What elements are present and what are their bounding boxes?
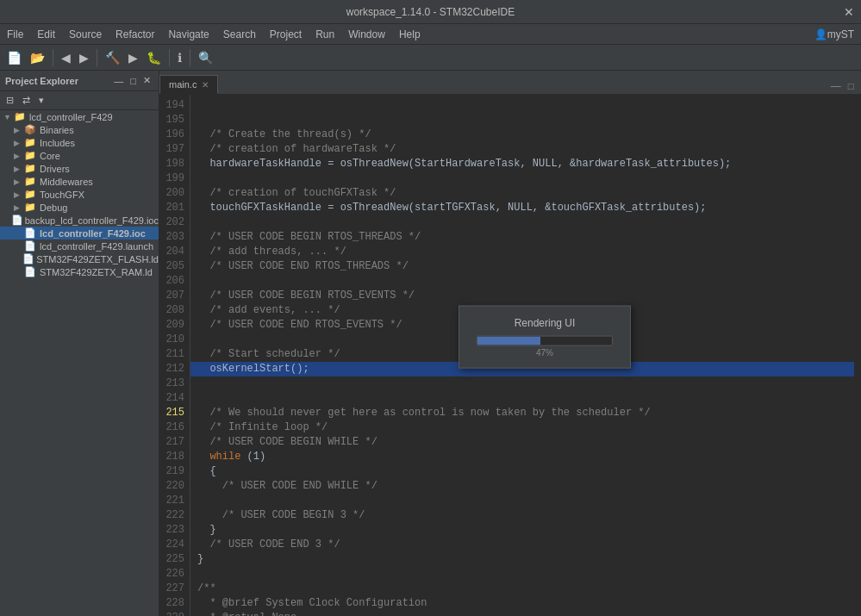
tree-item-debug[interactable]: ▶ 📁 Debug	[0, 201, 159, 214]
close-button[interactable]: ✕	[844, 5, 854, 19]
tab-label-main-c: main.c	[169, 79, 197, 90]
sidebar-minimize[interactable]: —	[111, 74, 126, 87]
code-line-197: hardwareTaskHandle = osThreadNew(StartHa…	[197, 158, 731, 170]
sidebar-view-menu[interactable]: ▾	[36, 94, 47, 107]
line-num: 214	[165, 391, 184, 406]
toolbar-new[interactable]: 📄	[3, 49, 25, 66]
code-line-227: * @retval None	[197, 612, 296, 616]
tree-label-core: Core	[40, 151, 60, 161]
includes-icon: 📁	[24, 137, 38, 148]
code-line-210: /* Start scheduler */	[197, 348, 340, 360]
tree-item-ram-ld[interactable]: 📄 STM32F429ZETX_RAM.ld	[0, 265, 159, 278]
tree-arrow-root: ▼	[3, 113, 14, 121]
menu-help[interactable]: Help	[392, 27, 427, 42]
toolbar-build[interactable]: 🔨	[102, 49, 123, 66]
menu-source[interactable]: Source	[62, 27, 109, 42]
menu-search[interactable]: Search	[216, 27, 263, 42]
line-num: 221	[165, 494, 184, 508]
line-num: 199	[165, 171, 184, 186]
sidebar-collapse-all[interactable]: ⊟	[3, 94, 16, 107]
core-icon: 📁	[24, 150, 38, 161]
tree-label-includes: Includes	[40, 138, 75, 148]
code-line-219	[197, 495, 203, 507]
toolbar-next[interactable]: ▶	[76, 49, 92, 66]
code-line-209	[197, 333, 203, 345]
code-editor: 194 195 196 197 198 199 200 201 202 203 …	[159, 95, 861, 616]
code-line-213: /* We should never get here as control i…	[197, 407, 651, 419]
line-num: 229	[165, 611, 184, 616]
toolbar-sep-1	[53, 49, 53, 66]
middlewares-icon: 📁	[24, 176, 38, 187]
code-line-226: * @brief System Clock Configuration	[197, 597, 427, 609]
line-num: 219	[165, 464, 184, 479]
editor-maximize[interactable]: □	[845, 78, 858, 94]
line-num: 220	[165, 479, 184, 494]
line-num: 204	[165, 245, 184, 259]
line-num: 201	[165, 201, 184, 215]
tree-label-flash-ld: STM32F429ZETX_FLASH.ld	[36, 254, 159, 264]
editor-area: main.c ✕ — □ 194 195 196 197 198 199 200…	[159, 71, 861, 616]
tree-arrow-touchgfx: ▶	[14, 190, 24, 199]
tree-label-ioc: lcd_controller_F429.ioc	[40, 228, 146, 239]
code-line-214: /* Infinite loop */	[197, 421, 328, 433]
line-num: 227	[165, 582, 184, 596]
toolbar-sep-2	[97, 49, 97, 66]
menu-edit[interactable]: Edit	[30, 27, 62, 42]
tree-item-binaries[interactable]: ▶ 📦 Binaries	[0, 123, 159, 136]
line-num: 210	[165, 333, 184, 347]
editor-minimize[interactable]: —	[827, 78, 845, 94]
code-line-221: }	[197, 524, 216, 536]
toolbar-debug[interactable]: 🐛	[143, 49, 165, 66]
line-num: 228	[165, 596, 184, 611]
code-line-215: /* USER CODE BEGIN WHILE */	[197, 436, 377, 448]
tree-label-binaries: Binaries	[40, 125, 74, 135]
toolbar-search[interactable]: 🔍	[195, 49, 216, 66]
sidebar-toolbar: — □ ✕	[111, 74, 153, 87]
drivers-icon: 📁	[24, 163, 38, 174]
code-line-207: /* add events, ... */	[197, 304, 340, 316]
line-num-marker: 215	[165, 406, 184, 420]
line-num: 223	[165, 523, 184, 538]
tree-item-core[interactable]: ▶ 📁 Core	[0, 149, 159, 162]
code-line-194	[197, 114, 203, 126]
menu-file[interactable]: File	[0, 27, 30, 42]
progress-bar-background	[477, 335, 613, 345]
sidebar-link-editor[interactable]: ⇄	[20, 94, 33, 107]
sidebar-close[interactable]: ✕	[140, 74, 153, 87]
tree-item-launch[interactable]: 📄 lcd_controller_F429.launch	[0, 240, 159, 252]
tab-main-c[interactable]: main.c ✕	[159, 75, 218, 94]
menu-run[interactable]: Run	[309, 27, 341, 42]
tree-item-touchgfx[interactable]: ▶ 📁 TouchGFX	[0, 188, 159, 201]
code-line-217: {	[197, 465, 216, 477]
tree-item-middlewares[interactable]: ▶ 📁 Middlewares	[0, 175, 159, 188]
tree-item-ioc[interactable]: 📄 lcd_controller_F429.ioc	[0, 227, 159, 240]
tree-item-backup-ioc[interactable]: 📄 backup_lcd_controller_F429.ioc	[0, 214, 159, 227]
tree-item-root[interactable]: ▼ 📁 lcd_controller_F429	[0, 110, 159, 123]
menu-refactor[interactable]: Refactor	[109, 27, 161, 42]
flash-ld-icon: 📄	[22, 253, 35, 264]
toolbar-prev[interactable]: ◀	[58, 49, 74, 66]
tree-item-includes[interactable]: ▶ 📁 Includes	[0, 136, 159, 149]
user-menu[interactable]: 👤 myST	[808, 27, 861, 42]
line-num: 205	[165, 259, 184, 274]
tree-item-drivers[interactable]: ▶ 📁 Drivers	[0, 162, 159, 175]
code-line-220: /* USER CODE BEGIN 3 */	[197, 509, 365, 521]
line-numbers: 194 195 196 197 198 199 200 201 202 203 …	[159, 95, 190, 616]
tab-close-main-c[interactable]: ✕	[202, 80, 209, 90]
line-num: 194	[165, 98, 184, 113]
sidebar-header: Project Explorer — □ ✕	[0, 71, 159, 91]
code-line-203: /* add threads, ... */	[197, 246, 346, 258]
toolbar-open[interactable]: 📂	[27, 49, 48, 66]
toolbar-run[interactable]: ▶	[125, 49, 141, 66]
launch-icon: 📄	[24, 240, 38, 252]
menu-project[interactable]: Project	[263, 27, 309, 42]
menu-navigate[interactable]: Navigate	[161, 27, 215, 42]
menu-window[interactable]: Window	[341, 27, 392, 42]
toolbar-info[interactable]: ℹ	[174, 49, 185, 66]
tree-item-flash-ld[interactable]: 📄 STM32F429ZETX_FLASH.ld	[0, 252, 159, 265]
sidebar-maximize[interactable]: □	[128, 74, 139, 87]
code-line-198	[197, 172, 203, 184]
code-line-208: /* USER CODE END RTOS_EVENTS */	[197, 319, 402, 331]
line-num: 198	[165, 157, 184, 171]
line-num: 202	[165, 215, 184, 230]
